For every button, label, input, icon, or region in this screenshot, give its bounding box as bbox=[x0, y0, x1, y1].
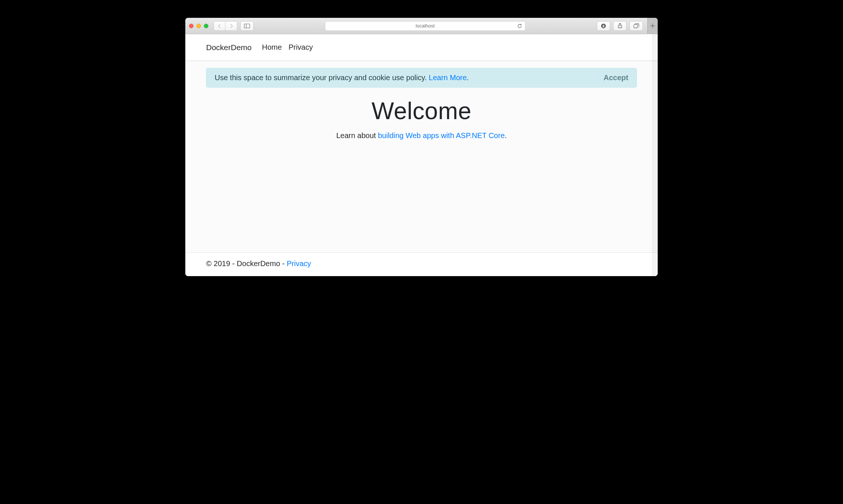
nav-buttons bbox=[214, 21, 237, 31]
nav-link-privacy[interactable]: Privacy bbox=[289, 43, 313, 52]
window-controls bbox=[189, 24, 208, 28]
zoom-window-button[interactable] bbox=[204, 24, 208, 28]
browser-toolbar: localhost bbox=[185, 18, 658, 34]
footer-privacy-link[interactable]: Privacy bbox=[287, 259, 311, 268]
site-footer: © 2019 - DockerDemo - Privacy bbox=[185, 252, 658, 276]
sidebar-icon bbox=[244, 24, 250, 28]
page-viewport: DockerDemo Home Privacy Use this space t… bbox=[185, 34, 658, 276]
nav-link-home[interactable]: Home bbox=[262, 43, 282, 52]
hero-lead-suffix: . bbox=[505, 131, 507, 140]
learn-more-link[interactable]: Learn More bbox=[429, 73, 467, 82]
new-tab-button[interactable] bbox=[647, 18, 658, 34]
close-window-button[interactable] bbox=[189, 24, 193, 28]
cookie-alert: Use this space to summarize your privacy… bbox=[206, 68, 637, 88]
minimize-window-button[interactable] bbox=[196, 24, 201, 28]
accept-cookies-button[interactable]: Accept bbox=[603, 73, 628, 82]
address-text: localhost bbox=[416, 23, 434, 29]
reload-button[interactable] bbox=[517, 23, 522, 28]
hero-title: Welcome bbox=[206, 97, 637, 125]
share-icon bbox=[618, 23, 622, 29]
address-bar[interactable]: localhost bbox=[325, 21, 525, 31]
tabs-icon bbox=[634, 23, 639, 28]
page-body: Use this space to summarize your privacy… bbox=[185, 61, 658, 252]
svg-rect-0 bbox=[244, 24, 250, 28]
plus-icon bbox=[650, 23, 655, 28]
back-button[interactable] bbox=[214, 21, 225, 31]
download-icon bbox=[601, 23, 606, 29]
hero-lead-link[interactable]: building Web apps with ASP.NET Core bbox=[378, 131, 505, 140]
downloads-button[interactable] bbox=[597, 21, 610, 31]
hero-lead-prefix: Learn about bbox=[336, 131, 378, 140]
toolbar-right bbox=[597, 21, 643, 31]
cookie-alert-period: . bbox=[467, 73, 469, 82]
svg-rect-4 bbox=[634, 24, 638, 28]
reload-icon bbox=[517, 23, 522, 28]
cookie-alert-message: Use this space to summarize your privacy… bbox=[215, 73, 469, 82]
brand-link[interactable]: DockerDemo bbox=[206, 43, 252, 52]
sidebar-toggle-button[interactable] bbox=[240, 21, 254, 31]
cookie-alert-text: Use this space to summarize your privacy… bbox=[215, 73, 429, 82]
footer-text: © 2019 - DockerDemo - bbox=[206, 259, 287, 268]
show-tabs-button[interactable] bbox=[629, 21, 643, 31]
hero-lead: Learn about building Web apps with ASP.N… bbox=[206, 131, 637, 140]
hero: Welcome Learn about building Web apps wi… bbox=[206, 97, 637, 140]
chevron-left-icon bbox=[218, 24, 221, 28]
chevron-right-icon bbox=[230, 24, 233, 28]
share-button[interactable] bbox=[613, 21, 626, 31]
browser-window: localhost DockerDemo Home P bbox=[185, 18, 658, 276]
site-navbar: DockerDemo Home Privacy bbox=[185, 34, 658, 61]
address-bar-container: localhost bbox=[257, 21, 594, 31]
forward-button[interactable] bbox=[225, 21, 237, 31]
